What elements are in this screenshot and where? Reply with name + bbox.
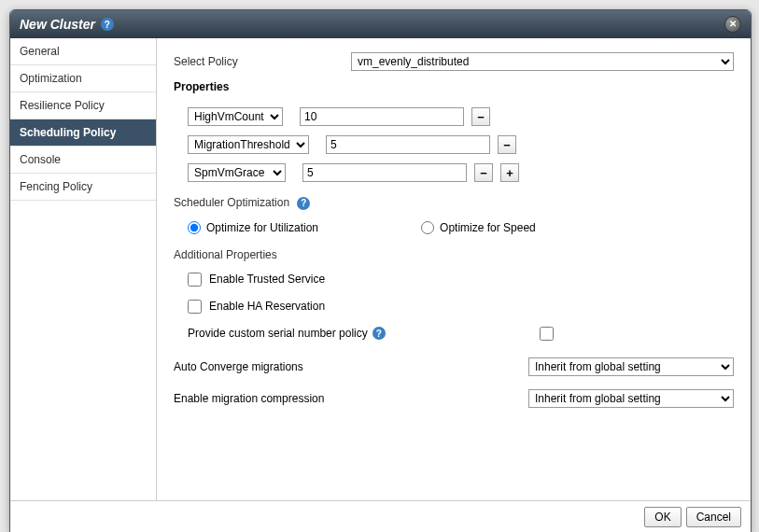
close-button[interactable]: ✕: [724, 16, 741, 33]
migration-compression-row: Enable migration compression Inherit fro…: [174, 389, 734, 408]
custom-serial-label-wrap: Provide custom serial number policy ?: [174, 327, 540, 340]
sidebar-item-general[interactable]: General: [10, 38, 156, 65]
help-icon[interactable]: ?: [101, 18, 114, 31]
enable-ha-checkbox[interactable]: [188, 300, 202, 314]
help-icon[interactable]: ?: [297, 197, 310, 210]
properties-header: Properties: [174, 80, 734, 93]
optimize-speed-option[interactable]: Optimize for Speed: [421, 221, 536, 234]
select-policy-label: Select Policy: [174, 55, 351, 68]
remove-property-button[interactable]: −: [471, 107, 490, 126]
sidebar-item-scheduling-policy[interactable]: Scheduling Policy: [10, 119, 156, 147]
enable-trusted-row: Enable Trusted Service: [174, 273, 734, 287]
new-cluster-dialog: New Cluster ? ✕ General Optimization Res…: [9, 9, 752, 532]
migration-compression-label: Enable migration compression: [174, 392, 528, 405]
custom-serial-checkbox[interactable]: [540, 327, 554, 341]
auto-converge-select[interactable]: Inherit from global setting: [528, 357, 734, 376]
enable-ha-row: Enable HA Reservation: [174, 300, 734, 314]
sidebar-item-optimization[interactable]: Optimization: [10, 65, 156, 92]
main-panel: Select Policy vm_evenly_distributed Prop…: [157, 38, 751, 500]
dialog-header: New Cluster ? ✕: [10, 10, 751, 38]
sidebar-item-resilience-policy[interactable]: Resilience Policy: [10, 92, 156, 119]
dialog-title-text: New Cluster: [20, 17, 95, 32]
migration-compression-select[interactable]: Inherit from global setting: [528, 389, 734, 408]
dialog-title: New Cluster ?: [20, 17, 114, 32]
dialog-footer: OK Cancel: [10, 500, 751, 532]
scheduler-optimization-options: Optimize for Utilization Optimize for Sp…: [174, 221, 734, 234]
property-name-select[interactable]: MigrationThreshold: [188, 135, 309, 154]
optimize-speed-radio[interactable]: [421, 221, 434, 234]
enable-trusted-checkbox[interactable]: [188, 273, 202, 287]
property-name-select[interactable]: HighVmCount: [188, 107, 283, 126]
add-property-button[interactable]: +: [500, 163, 519, 182]
optimize-utilization-label: Optimize for Utilization: [206, 221, 318, 234]
property-value-input[interactable]: [326, 135, 490, 154]
property-row-spmvmgrace: SpmVmGrace − +: [174, 163, 734, 182]
optimize-utilization-radio[interactable]: [188, 221, 201, 234]
optimize-speed-label: Optimize for Speed: [440, 221, 536, 234]
select-policy-row: Select Policy vm_evenly_distributed: [174, 52, 734, 71]
property-value-input[interactable]: [300, 107, 464, 126]
select-policy-dropdown[interactable]: vm_evenly_distributed: [351, 52, 734, 71]
property-row-migrationthreshold: MigrationThreshold −: [174, 135, 734, 154]
ok-button[interactable]: OK: [644, 507, 681, 527]
cancel-button[interactable]: Cancel: [686, 507, 741, 527]
property-row-highvmcount: HighVmCount −: [174, 107, 734, 126]
sidebar: General Optimization Resilience Policy S…: [10, 38, 157, 500]
enable-trusted-label: Enable Trusted Service: [209, 273, 325, 286]
auto-converge-label: Auto Converge migrations: [174, 360, 528, 373]
auto-converge-row: Auto Converge migrations Inherit from gl…: [174, 357, 734, 376]
optimize-utilization-option[interactable]: Optimize for Utilization: [188, 221, 318, 234]
scheduler-optimization-label: Scheduler Optimization: [174, 196, 289, 209]
property-value-input[interactable]: [302, 163, 467, 182]
sidebar-item-fencing-policy[interactable]: Fencing Policy: [10, 174, 156, 201]
scheduler-optimization-header: Scheduler Optimization ?: [174, 196, 734, 210]
remove-property-button[interactable]: −: [498, 135, 516, 154]
sidebar-item-console[interactable]: Console: [10, 147, 156, 174]
help-icon[interactable]: ?: [372, 327, 386, 340]
enable-ha-label: Enable HA Reservation: [209, 300, 325, 313]
remove-property-button[interactable]: −: [474, 163, 493, 182]
additional-properties-header: Additional Properties: [174, 248, 734, 261]
custom-serial-label: Provide custom serial number policy: [188, 327, 368, 340]
property-name-select[interactable]: SpmVmGrace: [188, 163, 286, 182]
custom-serial-row: Provide custom serial number policy ?: [174, 327, 734, 341]
dialog-body: General Optimization Resilience Policy S…: [10, 38, 751, 500]
